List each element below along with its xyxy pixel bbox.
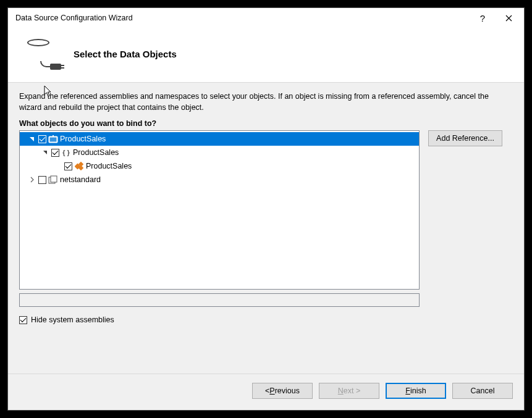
next-button[interactable]: Next >: [319, 383, 379, 399]
chevron-down-icon[interactable]: [41, 148, 49, 157]
cancel-button[interactable]: Cancel: [452, 383, 513, 399]
tree-node-label: netstandard: [60, 175, 101, 184]
class-icon: [74, 161, 84, 171]
tree-node-netstandard[interactable]: netstandard: [20, 173, 419, 186]
tree-node-label: ProductSales: [86, 162, 132, 170]
checkbox[interactable]: [51, 149, 59, 157]
previous-button[interactable]: < Previous: [252, 383, 313, 399]
tree-node-productsales-ns[interactable]: { } ProductSales: [20, 146, 419, 159]
svg-rect-7: [51, 176, 57, 182]
checkbox[interactable]: [64, 162, 72, 170]
project-icon: [48, 134, 58, 144]
hide-system-checkbox-row[interactable]: Hide system assemblies: [19, 316, 513, 324]
tree-node-productsales-asm[interactable]: ProductSales: [20, 132, 419, 146]
add-reference-button[interactable]: Add Reference...: [428, 130, 502, 146]
previous-label-rest: revious: [275, 387, 300, 395]
checkbox[interactable]: [38, 176, 46, 184]
tree-node-label: ProductSales: [73, 148, 119, 157]
wizard-header: Select the Data Objects: [8, 28, 524, 83]
titlebar: Data Source Configuration Wizard ?: [8, 8, 524, 28]
help-icon: ?: [480, 13, 485, 23]
finish-button[interactable]: Finish: [386, 383, 446, 399]
assembly-icon: [48, 175, 58, 185]
close-button[interactable]: [496, 8, 521, 28]
help-button[interactable]: ?: [470, 8, 496, 28]
status-bar: [19, 293, 420, 307]
chevron-right-icon[interactable]: [28, 175, 36, 184]
objects-tree[interactable]: ProductSales { } ProductSales: [19, 130, 420, 290]
wizard-heading: Select the Data Objects: [74, 49, 177, 59]
database-plug-icon: [25, 39, 59, 69]
close-icon: [505, 15, 512, 22]
checkbox[interactable]: [38, 135, 46, 143]
expander-empty: [54, 162, 62, 170]
instructions-text: Expand the referenced assemblies and nam…: [19, 91, 513, 113]
tree-node-label: ProductSales: [60, 135, 106, 143]
previous-label-u: P: [269, 387, 274, 395]
namespace-icon: { }: [61, 148, 71, 157]
bind-question-label: What objects do you want to bind to?: [19, 119, 513, 128]
hide-system-label: Hide system assemblies: [31, 316, 114, 324]
wizard-body: Expand the referenced assemblies and nam…: [8, 83, 524, 374]
wizard-footer: < Previous Next > Finish Cancel: [8, 374, 524, 410]
tree-node-productsales-cls[interactable]: ProductSales: [20, 159, 419, 173]
chevron-down-icon[interactable]: [28, 135, 36, 143]
svg-rect-1: [50, 138, 57, 142]
window-title: Data Source Configuration Wizard: [15, 14, 470, 22]
svg-rect-2: [53, 135, 54, 136]
checkbox[interactable]: [19, 316, 27, 324]
wizard-window: Data Source Configuration Wizard ? Selec…: [7, 7, 525, 411]
